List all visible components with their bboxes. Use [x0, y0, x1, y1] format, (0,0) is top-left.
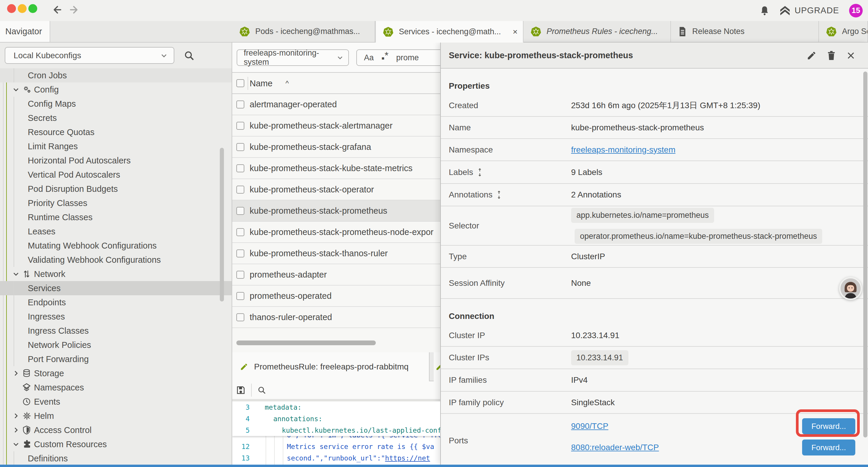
- sidebar-item-events[interactable]: Events: [0, 395, 232, 409]
- sidebar-item-config-maps[interactable]: Config Maps: [0, 97, 232, 111]
- sidebar-item-access-control[interactable]: Access Control: [0, 423, 232, 437]
- row-checkbox[interactable]: [236, 271, 244, 279]
- sidebar-item-vertical-pod-autoscalers[interactable]: Vertical Pod Autoscalers: [0, 168, 232, 182]
- table-row[interactable]: kube-prometheus-stack-grafana: [232, 137, 440, 158]
- row-checkbox[interactable]: [236, 313, 244, 321]
- row-checkbox[interactable]: [236, 164, 244, 172]
- table-row[interactable]: alertmanager-operated: [232, 94, 440, 115]
- table-row[interactable]: thanos-ruler-operated: [232, 307, 440, 328]
- sidebar-item-limit-ranges[interactable]: Limit Ranges: [0, 139, 232, 153]
- kubeconfig-selector[interactable]: Local Kubeconfigs: [5, 47, 174, 64]
- table-row[interactable]: kube-prometheus-stack-kube-state-metrics: [232, 158, 440, 179]
- sidebar-item-port-forwarding[interactable]: Port Forwarding: [0, 352, 232, 366]
- zoom-window-button[interactable]: [28, 4, 37, 13]
- sidebar-item-storage[interactable]: Storage: [0, 366, 232, 380]
- upgrade-button[interactable]: UPGRADE: [779, 5, 839, 16]
- sidebar-item-namespaces[interactable]: Namespaces: [0, 380, 232, 395]
- port-link[interactable]: 8080:reloader-web/TCP: [571, 443, 659, 452]
- detail-value: kube-prometheus-stack-prometheus: [571, 117, 704, 138]
- row-checkbox[interactable]: [236, 185, 244, 194]
- row-checkbox[interactable]: [236, 250, 244, 258]
- save-icon[interactable]: [236, 385, 246, 395]
- editor-search-icon[interactable]: [257, 385, 267, 395]
- port-link[interactable]: 9090/TCP: [571, 421, 608, 431]
- sidebar-item-resource-quotas[interactable]: Resource Quotas: [0, 125, 232, 139]
- notification-badge[interactable]: 15: [849, 4, 863, 18]
- sidebar-item-custom-resources[interactable]: Custom Resources: [0, 437, 232, 451]
- sidebar-item-cron-jobs[interactable]: Cron Jobs: [0, 68, 232, 83]
- avatar[interactable]: [839, 277, 862, 300]
- back-arrow-icon[interactable]: [51, 4, 63, 16]
- row-checkbox[interactable]: [236, 122, 244, 130]
- sidebar-scrollbar-thumb[interactable]: [220, 148, 224, 301]
- table-row[interactable]: kube-prometheus-stack-thanos-ruler: [232, 243, 440, 264]
- row-checkbox[interactable]: [236, 100, 244, 109]
- namespace-link[interactable]: freeleaps-monitoring-system: [571, 145, 675, 154]
- sidebar-item-network[interactable]: Network: [0, 267, 232, 281]
- close-icon[interactable]: [846, 51, 856, 60]
- sidebar-item-endpoints[interactable]: Endpoints: [0, 295, 232, 310]
- row-checkbox[interactable]: [236, 228, 244, 236]
- row-checkbox[interactable]: [236, 143, 244, 151]
- chevron-right-icon[interactable]: [12, 427, 20, 434]
- sidebar-item-runtime-classes[interactable]: Runtime Classes: [0, 210, 232, 224]
- namespace-selector[interactable]: freeleaps-monitoring-system: [237, 49, 349, 66]
- tab-services[interactable]: Services - icecheng@math...×: [375, 21, 524, 42]
- table-search-input[interactable]: Aa ▪* prome: [356, 49, 440, 66]
- tab-pods[interactable]: Pods - icecheng@mathmas...: [232, 21, 375, 42]
- row-checkbox[interactable]: [236, 207, 244, 215]
- chevron-right-icon[interactable]: [12, 412, 20, 419]
- delete-icon[interactable]: [827, 51, 836, 61]
- table-row[interactable]: kube-prometheus-stack-alertmanager: [232, 115, 440, 137]
- detail-row-selector: Selectorapp.kubernetes.io/name=prometheu…: [441, 206, 868, 245]
- sidebar-item-secrets[interactable]: Secrets: [0, 111, 232, 125]
- sidebar-item-mutating-webhook-configurations[interactable]: Mutating Webhook Configurations: [0, 238, 232, 253]
- code-link[interactable]: https://net: [385, 454, 430, 462]
- sidebar-item-leases[interactable]: Leases: [0, 224, 232, 238]
- chevron-right-icon[interactable]: [12, 370, 20, 377]
- sidebar-item-services[interactable]: Services: [0, 281, 232, 295]
- sidebar-item-ingresses[interactable]: Ingresses: [0, 310, 232, 324]
- tab-argo[interactable]: Argo Se: [819, 21, 868, 42]
- editor-tab-partial[interactable]: [434, 352, 440, 381]
- forward-button[interactable]: Forward...: [802, 418, 855, 434]
- close-window-button[interactable]: [7, 4, 16, 13]
- edit-icon[interactable]: [807, 51, 816, 61]
- yaml-editor[interactable]: 3metadata:4annotations:5kubectl.kubernet…: [232, 401, 440, 465]
- chevron-down-icon[interactable]: [12, 86, 20, 93]
- forward-arrow-icon[interactable]: [68, 4, 80, 16]
- name-column-header[interactable]: Name: [250, 79, 272, 88]
- regex-toggle[interactable]: ▪*: [381, 52, 389, 63]
- sidebar-search-icon[interactable]: [183, 49, 195, 62]
- minimize-window-button[interactable]: [18, 4, 27, 13]
- editor-tab-prometheusrule[interactable]: PrometheusRule: freeleaps-prod-rabbitmq: [232, 352, 430, 381]
- chevron-down-icon[interactable]: [12, 270, 20, 278]
- navigator-panel-tab[interactable]: Navigator: [0, 21, 50, 42]
- row-checkbox[interactable]: [236, 292, 244, 300]
- table-row[interactable]: kube-prometheus-stack-operator: [232, 179, 440, 200]
- sidebar-item-horizontal-pod-autoscalers[interactable]: Horizontal Pod Autoscalers: [0, 153, 232, 168]
- sidebar-item-priority-classes[interactable]: Priority Classes: [0, 196, 232, 210]
- horizontal-scrollbar-thumb[interactable]: [236, 341, 376, 345]
- sort-ascending-icon[interactable]: ^: [285, 79, 289, 87]
- sidebar-item-network-policies[interactable]: Network Policies: [0, 338, 232, 352]
- sidebar-item-ingress-classes[interactable]: Ingress Classes: [0, 324, 232, 338]
- bell-icon[interactable]: [760, 6, 769, 16]
- table-row[interactable]: prometheus-adapter: [232, 264, 440, 286]
- sidebar-item-helm[interactable]: Helm: [0, 409, 232, 423]
- tab-close-icon[interactable]: ×: [513, 27, 518, 37]
- sidebar-item-config[interactable]: Config: [0, 83, 232, 97]
- tab-release[interactable]: Release Notes: [671, 21, 819, 42]
- select-all-checkbox[interactable]: [236, 79, 244, 87]
- tab-prometheus[interactable]: Prometheus Rules - icecheng...: [524, 21, 671, 42]
- forward-button[interactable]: Forward...: [802, 439, 855, 456]
- sidebar-item-definitions[interactable]: Definitions: [0, 451, 232, 465]
- table-row[interactable]: prometheus-operated: [232, 286, 440, 307]
- sidebar-item-validating-webhook-configurations[interactable]: Validating Webhook Configurations: [0, 253, 232, 267]
- sidebar-item-pod-disruption-budgets[interactable]: Pod Disruption Budgets: [0, 182, 232, 196]
- match-case-toggle[interactable]: Aa: [364, 53, 374, 62]
- drawer-scrollbar-thumb[interactable]: [863, 71, 867, 437]
- chevron-down-icon[interactable]: [12, 441, 20, 448]
- table-row[interactable]: kube-prometheus-stack-prometheus: [232, 200, 440, 222]
- table-row[interactable]: kube-prometheus-stack-prometheus-node-ex…: [232, 222, 440, 243]
